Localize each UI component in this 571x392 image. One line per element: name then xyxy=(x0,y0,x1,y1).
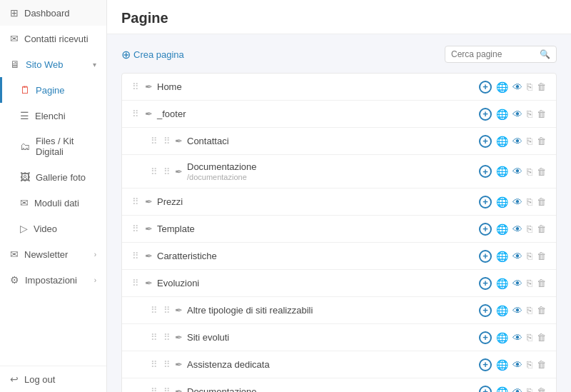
delete-icon[interactable]: 🗑 xyxy=(537,136,546,146)
globe-icon[interactable]: 🌐 xyxy=(496,81,508,93)
copy-icon[interactable]: ⎘ xyxy=(527,166,532,177)
eye-icon[interactable]: 👁 xyxy=(512,359,522,371)
sidebar-label-sitoweb: Sito Web xyxy=(26,59,64,70)
globe-icon[interactable]: 🌐 xyxy=(496,305,508,316)
drag-handle[interactable]: ⠿ xyxy=(132,251,139,261)
page-link-icon: ✒ xyxy=(175,332,183,343)
page-name-wrap: Prezzi xyxy=(157,196,479,207)
copy-icon[interactable]: ⎘ xyxy=(527,332,532,343)
add-subpage-button[interactable]: + xyxy=(479,81,492,94)
copy-icon[interactable]: ⎘ xyxy=(527,109,532,119)
eye-icon[interactable]: 👁 xyxy=(512,109,522,120)
copy-icon[interactable]: ⎘ xyxy=(527,136,532,146)
globe-icon[interactable]: 🌐 xyxy=(496,166,508,177)
add-subpage-button[interactable]: + xyxy=(479,358,492,371)
globe-icon[interactable]: 🌐 xyxy=(496,136,508,147)
sidebar-item-sitoweb[interactable]: 🖥 Sito Web ▾ xyxy=(0,51,106,77)
sidebar-item-elenchi[interactable]: ☰ Elenchi xyxy=(0,103,106,129)
delete-icon[interactable]: 🗑 xyxy=(537,359,546,370)
sub-drag-handle[interactable]: ⠿ xyxy=(163,386,171,392)
add-subpage-button[interactable]: + xyxy=(479,223,492,236)
globe-icon[interactable]: 🌐 xyxy=(496,386,508,393)
globe-icon[interactable]: 🌐 xyxy=(496,223,508,235)
drag-handle[interactable]: ⠿ xyxy=(132,109,139,119)
drag-handle[interactable]: ⠿ xyxy=(132,196,139,207)
eye-icon[interactable]: 👁 xyxy=(512,81,522,93)
drag-handle[interactable]: ⠿ xyxy=(151,305,158,316)
sidebar-item-dashboard[interactable]: ⊞ Dashboard xyxy=(0,0,106,26)
copy-icon[interactable]: ⎘ xyxy=(527,386,532,392)
delete-icon[interactable]: 🗑 xyxy=(537,166,546,177)
add-subpage-button[interactable]: + xyxy=(479,304,492,317)
eye-icon[interactable]: 👁 xyxy=(512,305,522,316)
eye-icon[interactable]: 👁 xyxy=(512,251,522,262)
add-subpage-button[interactable]: + xyxy=(479,135,492,148)
page-row: ⠿ ✒ Evoluzioni + 🌐 👁 ⎘ 🗑 xyxy=(122,270,556,297)
sub-drag-handle[interactable]: ⠿ xyxy=(163,136,171,146)
search-input[interactable] xyxy=(451,49,537,59)
copy-icon[interactable]: ⎘ xyxy=(527,223,532,234)
eye-icon[interactable]: 👁 xyxy=(512,386,522,393)
copy-icon[interactable]: ⎘ xyxy=(527,278,532,288)
sidebar-item-contatti[interactable]: ✉ Contatti ricevuti xyxy=(0,26,106,51)
copy-icon[interactable]: ⎘ xyxy=(527,81,532,92)
sub-drag-handle[interactable]: ⠿ xyxy=(163,305,171,316)
globe-icon[interactable]: 🌐 xyxy=(496,332,508,343)
drag-handle[interactable]: ⠿ xyxy=(151,332,158,343)
add-subpage-button[interactable]: + xyxy=(479,196,492,208)
delete-icon[interactable]: 🗑 xyxy=(537,278,546,288)
delete-icon[interactable]: 🗑 xyxy=(537,109,546,119)
delete-icon[interactable]: 🗑 xyxy=(537,386,546,392)
sub-drag-handle[interactable]: ⠿ xyxy=(163,166,171,177)
sub-drag-handle[interactable]: ⠿ xyxy=(163,359,171,370)
eye-icon[interactable]: 👁 xyxy=(512,278,522,289)
delete-icon[interactable]: 🗑 xyxy=(537,196,546,207)
sidebar-item-logout[interactable]: ↩ Log out xyxy=(0,366,106,392)
drag-handle[interactable]: ⠿ xyxy=(132,81,139,92)
add-subpage-button[interactable]: + xyxy=(479,331,492,344)
drag-handle[interactable]: ⠿ xyxy=(132,278,139,288)
sidebar-item-impostazioni[interactable]: ⚙ Impostazioni › xyxy=(0,267,106,293)
sidebar-item-video[interactable]: ▷ Video xyxy=(0,216,106,241)
sidebar-item-gallerie[interactable]: 🖼 Gallerie foto xyxy=(0,164,106,190)
eye-icon[interactable]: 👁 xyxy=(512,332,522,343)
copy-icon[interactable]: ⎘ xyxy=(527,359,532,370)
delete-icon[interactable]: 🗑 xyxy=(537,81,546,92)
globe-icon[interactable]: 🌐 xyxy=(496,278,508,289)
add-subpage-button[interactable]: + xyxy=(479,165,492,178)
delete-icon[interactable]: 🗑 xyxy=(537,332,546,343)
delete-icon[interactable]: 🗑 xyxy=(537,223,546,234)
eye-icon[interactable]: 👁 xyxy=(512,136,522,147)
delete-icon[interactable]: 🗑 xyxy=(537,305,546,316)
drag-handle[interactable]: ⠿ xyxy=(151,136,158,146)
add-subpage-button[interactable]: + xyxy=(479,277,492,290)
globe-icon[interactable]: 🌐 xyxy=(496,359,508,371)
drag-handle[interactable]: ⠿ xyxy=(151,359,158,370)
sidebar-item-files[interactable]: 🗂 Files / Kit Digitali xyxy=(0,129,106,164)
form-icon: ✉ xyxy=(20,197,29,208)
create-page-link[interactable]: ⊕ Crea pagina xyxy=(121,48,184,61)
delete-icon[interactable]: 🗑 xyxy=(537,251,546,261)
page-actions: + 🌐 👁 ⎘ 🗑 xyxy=(479,331,546,344)
sidebar-item-pagine[interactable]: 🗒 Pagine xyxy=(0,77,106,103)
sidebar-item-moduli[interactable]: ✉ Moduli dati xyxy=(0,190,106,216)
add-subpage-button[interactable]: + xyxy=(479,386,492,393)
eye-icon[interactable]: 👁 xyxy=(512,196,522,208)
add-subpage-button[interactable]: + xyxy=(479,108,492,121)
add-subpage-button[interactable]: + xyxy=(479,250,492,263)
sidebar-item-newsletter[interactable]: ✉ Newsletter › xyxy=(0,241,106,267)
copy-icon[interactable]: ⎘ xyxy=(527,251,532,261)
globe-icon[interactable]: 🌐 xyxy=(496,109,508,120)
copy-icon[interactable]: ⎘ xyxy=(527,196,532,207)
drag-handle[interactable]: ⠿ xyxy=(151,386,158,392)
page-name: Assistenza dedicata xyxy=(187,359,479,370)
drag-handle[interactable]: ⠿ xyxy=(151,166,158,177)
eye-icon[interactable]: 👁 xyxy=(512,223,522,235)
page-icon-sidebar: 🗒 xyxy=(20,84,30,96)
eye-icon[interactable]: 👁 xyxy=(512,166,522,177)
globe-icon[interactable]: 🌐 xyxy=(496,196,508,208)
globe-icon[interactable]: 🌐 xyxy=(496,251,508,262)
sub-drag-handle[interactable]: ⠿ xyxy=(163,332,171,343)
drag-handle[interactable]: ⠿ xyxy=(132,223,139,234)
copy-icon[interactable]: ⎘ xyxy=(527,305,532,316)
